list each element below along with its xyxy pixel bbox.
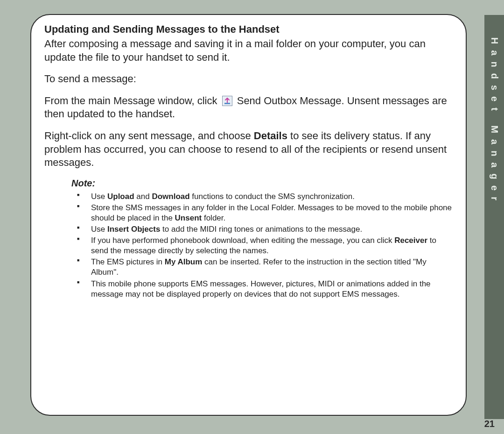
text-bold-unsent: Unsent: [175, 213, 202, 222]
list-item: The EMS pictures in My Album can be inse…: [88, 257, 453, 277]
text-fragment: Right-click on any sent message, and cho…: [44, 130, 254, 142]
text-fragment: Use: [91, 192, 107, 201]
text-fragment: This mobile phone supports EMS messages.…: [91, 279, 431, 299]
text-bold-insert: Insert Objects: [107, 225, 160, 234]
text-fragment: and: [134, 192, 152, 201]
note-list: Use Upload and Download functions to con…: [71, 192, 453, 299]
text-fragment: The EMS pictures in: [91, 257, 165, 266]
text-fragment: If you have performed phonebook download…: [91, 236, 394, 245]
section-tab: Handset Manager: [484, 15, 504, 419]
text-bold-download: Download: [152, 192, 189, 201]
content-panel: Updating and Sending Messages to the Han…: [30, 14, 467, 416]
paragraph-intro: After composing a message and saving it …: [44, 37, 453, 64]
section-heading: Updating and Sending Messages to the Han…: [44, 23, 453, 36]
paragraph-details: Right-click on any sent message, and cho…: [44, 129, 453, 170]
send-outbox-icon: [222, 96, 232, 106]
text-bold-myalbum: My Album: [165, 257, 203, 266]
list-item: This mobile phone supports EMS messages.…: [88, 279, 453, 299]
text-fragment: functions to conduct the SMS synchroniza…: [190, 192, 355, 201]
list-item: Use Insert Objects to add the MIDI ring …: [88, 224, 453, 235]
text-bold-receiver: Receiver: [394, 236, 427, 245]
page-number: 21: [484, 419, 495, 429]
svg-rect-1: [224, 103, 230, 104]
list-item: If you have performed phonebook download…: [88, 235, 453, 256]
note-block: Note: Use Upload and Download functions …: [71, 178, 453, 299]
text-fragment: to add the MIDI ring tones or animations…: [160, 225, 362, 234]
list-item: Store the SMS messages in any folder in …: [88, 203, 453, 223]
text-bold-upload: Upload: [107, 192, 134, 201]
list-item: Use Upload and Download functions to con…: [88, 192, 453, 202]
note-label: Note:: [71, 178, 453, 189]
paragraph-send-outbox: From the main Message window, click Send…: [44, 94, 453, 121]
paragraph-tosend: To send a message:: [44, 72, 453, 86]
text-bold-details: Details: [254, 130, 287, 142]
text-fragment: folder.: [202, 213, 225, 222]
text-fragment: Use: [91, 225, 107, 234]
text-fragment: Store the SMS messages in any folder in …: [91, 203, 452, 222]
text-fragment: From the main Message window, click: [44, 95, 220, 107]
section-tab-label: Handset Manager: [489, 37, 500, 206]
